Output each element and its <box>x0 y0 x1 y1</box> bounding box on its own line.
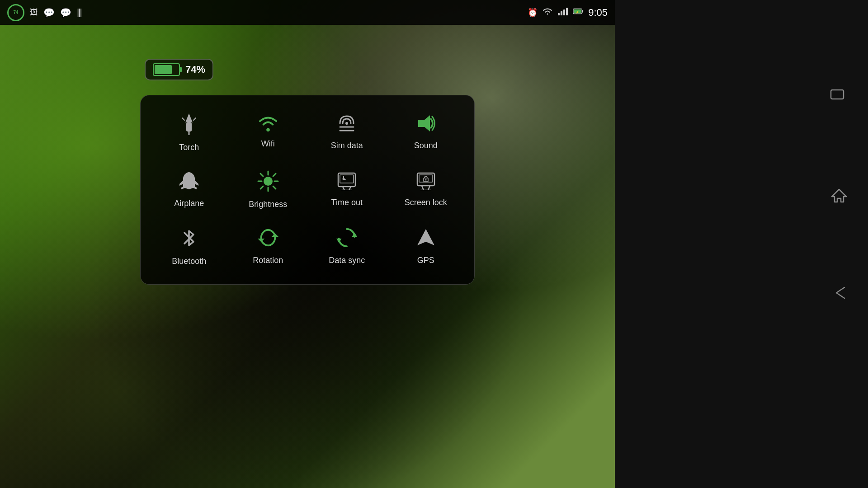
torch-label: Torch <box>179 143 199 152</box>
svg-marker-11 <box>185 113 193 122</box>
recent-apps-button[interactable] <box>829 88 845 104</box>
screenlock-button[interactable]: Screen lock <box>387 166 466 214</box>
svg-line-14 <box>193 118 196 120</box>
gps-button[interactable]: GPS <box>387 223 466 271</box>
screenlock-icon <box>415 170 437 193</box>
battery-bar <box>153 63 180 76</box>
signal-icon <box>557 7 568 18</box>
clock-display: 9:05 <box>588 7 608 19</box>
rotation-icon <box>258 227 278 251</box>
svg-point-20 <box>264 177 273 186</box>
simdata-icon <box>335 113 358 136</box>
timeout-icon <box>335 170 358 193</box>
status-left-icons: 74 🖼 💬 💬 ||| <box>7 4 81 21</box>
gps-label: GPS <box>417 256 434 265</box>
battery-widget: 74% <box>145 59 213 80</box>
chat-filled-icon: 💬 <box>60 7 71 18</box>
status-bar: 74 🖼 💬 💬 ||| ⏰ <box>0 0 615 25</box>
battery-fill <box>155 65 172 74</box>
battery-badge: 74 <box>7 4 24 21</box>
airplane-icon <box>179 170 199 194</box>
alarm-icon: ⏰ <box>528 8 538 18</box>
rotation-label: Rotation <box>253 256 283 265</box>
bluetooth-icon <box>180 227 198 252</box>
battery-status-icon: ⚡ <box>573 7 584 18</box>
svg-marker-1 <box>832 189 846 202</box>
wifi-icon <box>542 7 553 18</box>
screenlock-label: Screen lock <box>405 198 447 207</box>
svg-marker-42 <box>271 233 278 237</box>
right-panel <box>615 0 868 488</box>
svg-rect-30 <box>340 175 354 183</box>
svg-point-16 <box>345 122 348 125</box>
svg-point-15 <box>266 128 270 131</box>
torch-icon <box>180 113 198 138</box>
wifi-control-icon <box>257 113 279 135</box>
svg-rect-2 <box>558 13 560 15</box>
back-button[interactable] <box>832 285 851 305</box>
svg-rect-10 <box>186 122 192 131</box>
bluetooth-button[interactable]: Bluetooth <box>150 223 229 271</box>
status-right-icons: ⏰ ⚡ 9:05 <box>528 7 608 19</box>
svg-point-38 <box>425 179 426 181</box>
svg-line-40 <box>428 186 430 190</box>
wifi-button[interactable]: Wifi <box>229 109 308 157</box>
timeout-label: Time out <box>331 198 363 207</box>
svg-rect-7 <box>582 10 583 13</box>
airplane-label: Airplane <box>174 199 204 208</box>
barcode-icon: ||| <box>77 7 81 18</box>
home-button[interactable] <box>831 188 847 207</box>
svg-rect-4 <box>563 9 565 15</box>
svg-line-25 <box>260 174 263 176</box>
timeout-button[interactable]: Time out <box>307 166 387 214</box>
sound-button[interactable]: Sound <box>387 109 466 157</box>
bluetooth-label: Bluetooth <box>172 257 206 266</box>
svg-rect-0 <box>831 90 844 99</box>
wifi-label: Wifi <box>261 139 275 149</box>
torch-button[interactable]: Torch <box>150 109 229 157</box>
svg-line-39 <box>422 186 424 190</box>
svg-line-27 <box>273 174 276 176</box>
svg-marker-43 <box>258 239 264 242</box>
datasync-button[interactable]: Data sync <box>307 223 387 271</box>
svg-marker-46 <box>417 229 434 245</box>
sound-label: Sound <box>414 141 438 150</box>
svg-line-13 <box>182 118 184 120</box>
brightness-icon <box>257 170 279 195</box>
gps-icon <box>415 227 436 251</box>
battery-percentage: 74% <box>185 64 205 75</box>
image-icon: 🖼 <box>30 8 38 17</box>
chat-icon: 💬 <box>43 7 55 18</box>
quick-controls-grid: Torch Wifi <box>150 109 465 271</box>
svg-rect-5 <box>566 8 568 15</box>
brightness-button[interactable]: Brightness <box>229 166 308 214</box>
svg-line-28 <box>260 186 263 189</box>
datasync-label: Data sync <box>329 256 365 265</box>
svg-text:⚡: ⚡ <box>576 10 580 14</box>
quick-controls-panel: Torch Wifi <box>140 95 475 285</box>
svg-marker-19 <box>418 115 430 131</box>
brightness-label: Brightness <box>249 200 287 209</box>
datasync-icon <box>336 227 357 251</box>
airplane-button[interactable]: Airplane <box>150 166 229 214</box>
svg-rect-3 <box>561 11 562 15</box>
battery-badge-number: 74 <box>13 10 18 15</box>
simdata-button[interactable]: Sim data <box>307 109 387 157</box>
sound-icon <box>415 113 437 136</box>
simdata-label: Sim data <box>331 141 363 150</box>
svg-line-26 <box>273 186 276 189</box>
rotation-button[interactable]: Rotation <box>229 223 308 271</box>
